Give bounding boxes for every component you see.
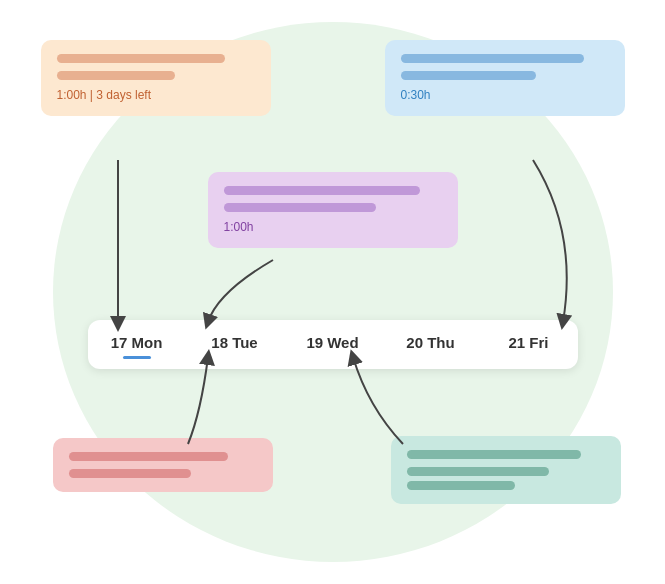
card-orange-line1 [57,54,225,63]
cal-num-18: 18 Tue [211,334,257,351]
calendar-strip: 17 Mon 18 Tue 19 Wed 20 Thu 21 Fri [88,320,578,369]
calendar-day-wed[interactable]: 19 Wed [284,320,382,369]
card-teal [391,436,621,504]
main-scene: 1:00h | 3 days left 0:30h 1:00h 17 Mon 1… [23,12,643,572]
card-orange: 1:00h | 3 days left [41,40,271,116]
cal-num-21: 21 Fri [508,334,548,351]
card-pink-line2 [69,469,191,478]
card-purple: 1:00h [208,172,458,248]
card-orange-label: 1:00h | 3 days left [57,88,255,102]
card-blue: 0:30h [385,40,625,116]
calendar-day-fri[interactable]: 21 Fri [480,320,578,369]
calendar-day-thu[interactable]: 20 Thu [382,320,480,369]
card-blue-label: 0:30h [401,88,609,102]
active-indicator [123,356,151,359]
card-purple-label: 1:00h [224,220,442,234]
card-orange-line2 [57,71,176,80]
cal-num-19: 19 Wed [306,334,358,351]
card-teal-line2 [407,467,550,476]
card-blue-line2 [401,71,536,80]
card-blue-line1 [401,54,584,63]
cal-num-17: 17 Mon [111,334,163,351]
card-purple-line1 [224,186,420,195]
calendar-day-mon[interactable]: 17 Mon [88,320,186,369]
card-teal-line3 [407,481,516,490]
card-pink-line1 [69,452,229,461]
card-teal-line1 [407,450,581,459]
cal-num-20: 20 Thu [406,334,454,351]
card-purple-line2 [224,203,377,212]
card-pink [53,438,273,492]
calendar-day-tue[interactable]: 18 Tue [186,320,284,369]
